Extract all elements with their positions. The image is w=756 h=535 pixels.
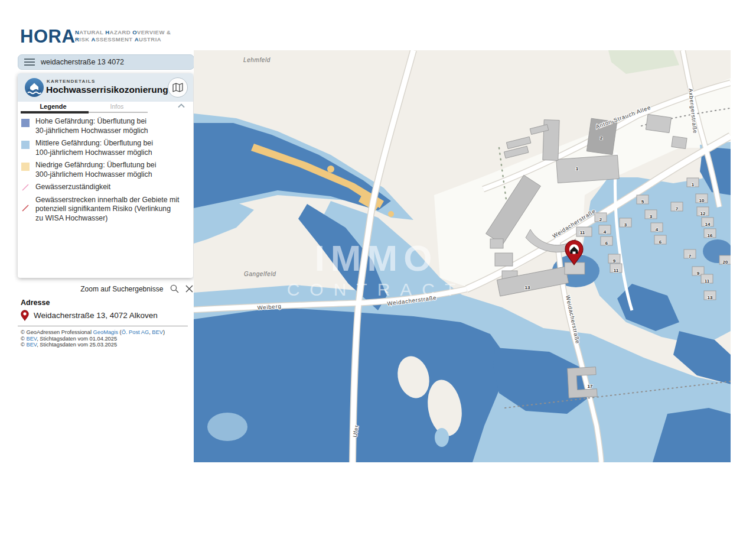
legend-item-medium: Mittlere Gefährdung: Überflutung bei100-… [21, 139, 191, 157]
area-label-gangelfeld: Gangelfeld [244, 271, 276, 277]
svg-text:4: 4 [656, 227, 659, 232]
location-pin-icon [21, 310, 29, 321]
credit-line-2: © BEV, Stichtagsdaten vom 01.04.2025 [21, 336, 165, 342]
legend-item-low: Niedrige Gefährdung: Überflutung bei300-… [21, 161, 191, 179]
map-icon [172, 83, 183, 92]
flood-risk-map[interactable]: IMMO CONTRACT Lehmfeld Gangelfeld Weiber… [194, 50, 731, 462]
panel-title: Hochwasserrisikozonierung [46, 85, 168, 95]
chevron-up-icon[interactable] [178, 103, 185, 108]
pink-line-icon [21, 183, 30, 192]
svg-text:1: 1 [692, 182, 695, 187]
search-input[interactable] [41, 58, 194, 66]
zoom-to-results-row: Zoom auf Suchergebnisse [18, 284, 193, 293]
legend-swatch-medium [21, 141, 30, 149]
bev-link-2[interactable]: BEV [26, 336, 37, 342]
zoom-to-results-button[interactable]: Zoom auf Suchergebnisse [80, 285, 163, 293]
svg-text:14: 14 [705, 222, 711, 227]
svg-text:1: 1 [576, 166, 579, 171]
svg-text:7: 7 [689, 254, 692, 259]
address-heading: Adresse [21, 299, 50, 307]
svg-text:6: 6 [605, 241, 608, 246]
close-icon[interactable] [185, 285, 193, 293]
menu-icon[interactable] [24, 58, 35, 66]
svg-text:17: 17 [588, 384, 593, 389]
svg-text:9: 9 [613, 258, 616, 264]
tagline-line-2: RISK ASSESSMENT AUSTRIA [75, 36, 171, 43]
tab-legende[interactable]: Legende [18, 103, 89, 110]
red-line-icon [21, 204, 30, 212]
legend-item-high: Hohe Gefährdung: Überflutung bei30-jährl… [21, 117, 191, 135]
svg-text:16: 16 [708, 233, 713, 238]
search-icon[interactable] [170, 284, 179, 293]
legend-swatch-high [21, 119, 30, 127]
svg-text:20: 20 [723, 260, 728, 265]
map-details-panel: KARTENDETAILS Hochwasserrisikozonierung … [18, 73, 193, 278]
divider [18, 326, 188, 326]
svg-text:7: 7 [676, 206, 679, 212]
svg-text:11: 11 [705, 278, 710, 284]
svg-text:13: 13 [525, 285, 530, 290]
flood-hazard-icon [24, 77, 44, 98]
svg-text:CONTRACT: CONTRACT [287, 280, 466, 299]
area-label-lehmfeld: Lehmfeld [243, 57, 271, 63]
svg-text:4: 4 [604, 229, 607, 235]
address-text: Weidacherstraße 13, 4072 Alkoven [34, 311, 158, 320]
address-result-row[interactable]: Weidacherstraße 13, 4072 Alkoven [21, 310, 158, 321]
hora-logo[interactable]: HORA [20, 26, 75, 47]
svg-text:IMMO: IMMO [315, 238, 438, 278]
tab-infos[interactable]: Infos [90, 103, 144, 110]
svg-text:11: 11 [614, 268, 619, 273]
legend-swatch-low [21, 163, 30, 171]
legend-item-authority: Gewässerzuständigkeit [21, 183, 191, 192]
svg-text:13: 13 [708, 295, 713, 300]
map-layers-button[interactable] [168, 77, 188, 98]
svg-text:6: 6 [659, 239, 662, 245]
credit-line-3: © BEV, Stichtagsdaten vom 25.03.2025 [21, 342, 165, 348]
post-ag-link[interactable]: Ö. Post AG [122, 329, 149, 335]
panel-tabs: Legende Infos [18, 102, 193, 114]
tagline-line-1: NATURAL HAZARD OVERVIEW & [75, 29, 171, 36]
data-credits: © GeoAdressen Professional GeoMagis (Ö. … [21, 329, 165, 348]
credit-line-1: © GeoAdressen Professional GeoMagis (Ö. … [21, 329, 165, 336]
svg-text:12: 12 [700, 211, 706, 216]
svg-text:3: 3 [624, 222, 627, 228]
bev-link-3[interactable]: BEV [26, 342, 37, 348]
search-bar[interactable] [18, 54, 194, 70]
legend-list: Hohe Gefährdung: Überflutung bei30-jährl… [21, 117, 191, 226]
geomagis-link[interactable]: GeoMagis [93, 329, 118, 335]
svg-text:2: 2 [599, 217, 602, 222]
svg-text:3: 3 [650, 214, 653, 219]
svg-text:10: 10 [699, 198, 705, 203]
svg-text:11: 11 [580, 230, 585, 235]
panel-kicker: KARTENDETAILS [47, 79, 96, 84]
logo-tagline: NATURAL HAZARD OVERVIEW & RISK ASSESSMEN… [75, 29, 171, 43]
active-tab-underline [21, 111, 89, 114]
svg-text:2: 2 [600, 135, 603, 141]
svg-text:9: 9 [697, 271, 700, 276]
bev-link-1[interactable]: BEV [152, 329, 163, 335]
svg-text:5: 5 [641, 199, 644, 205]
panel-header: KARTENDETAILS Hochwasserrisikozonierung [18, 73, 193, 102]
inactive-tab-underline [89, 112, 148, 114]
legend-item-risk: Gewässerstrecken innerhalb der Gebiete m… [21, 196, 191, 223]
